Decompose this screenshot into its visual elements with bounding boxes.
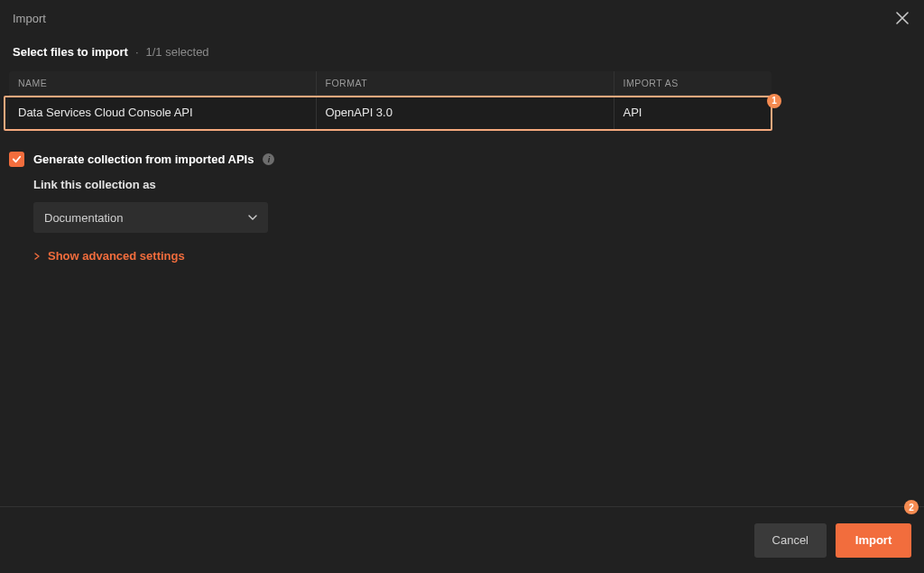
info-icon[interactable]: i <box>263 153 274 165</box>
dropdown-value: Documentation <box>44 211 123 225</box>
link-collection-label: Link this collection as <box>33 178 902 191</box>
dialog-header: Import <box>0 0 924 34</box>
import-options: Generate collection from imported APIs i… <box>9 130 915 263</box>
advanced-settings-label: Show advanced settings <box>48 249 185 263</box>
show-advanced-settings[interactable]: Show advanced settings <box>33 249 902 263</box>
generate-collection-row: Generate collection from imported APIs i <box>9 152 902 167</box>
dialog-content: 1 NAME FORMAT IMPORT AS Data Services Cl… <box>0 71 924 506</box>
chevron-right-icon <box>33 253 41 260</box>
generate-collection-checkbox[interactable] <box>9 152 24 167</box>
table-header-row: NAME FORMAT IMPORT AS <box>9 71 915 96</box>
col-header-name: NAME <box>9 71 316 96</box>
annotation-badge-import: 2 <box>904 500 919 514</box>
cell-import-as: API <box>614 96 772 130</box>
col-header-import-as: IMPORT AS <box>614 71 772 96</box>
file-table-wrapper: 1 NAME FORMAT IMPORT AS Data Services Cl… <box>9 71 915 130</box>
import-button[interactable]: Import <box>836 523 911 558</box>
close-icon[interactable] <box>893 9 911 27</box>
annotation-badge-row: 1 <box>767 94 781 108</box>
generate-collection-label: Generate collection from imported APIs <box>33 152 254 166</box>
dialog-title: Import <box>13 12 46 25</box>
chevron-down-icon <box>248 213 257 222</box>
import-dialog: Import Select files to import · 1/1 sele… <box>0 0 924 573</box>
cancel-button[interactable]: Cancel <box>754 523 827 558</box>
subheader-title: Select files to import <box>13 45 128 59</box>
selection-count: 1/1 selected <box>146 45 209 59</box>
link-collection-dropdown[interactable]: Documentation <box>33 202 268 233</box>
check-icon <box>12 154 22 164</box>
separator-dot: · <box>135 45 139 59</box>
cell-format: OpenAPI 3.0 <box>316 96 614 130</box>
cell-name: Data Services Cloud Console API <box>9 96 316 130</box>
col-header-format: FORMAT <box>316 71 614 96</box>
subheader: Select files to import · 1/1 selected <box>0 34 924 71</box>
dialog-footer: 2 Cancel Import <box>0 506 924 573</box>
